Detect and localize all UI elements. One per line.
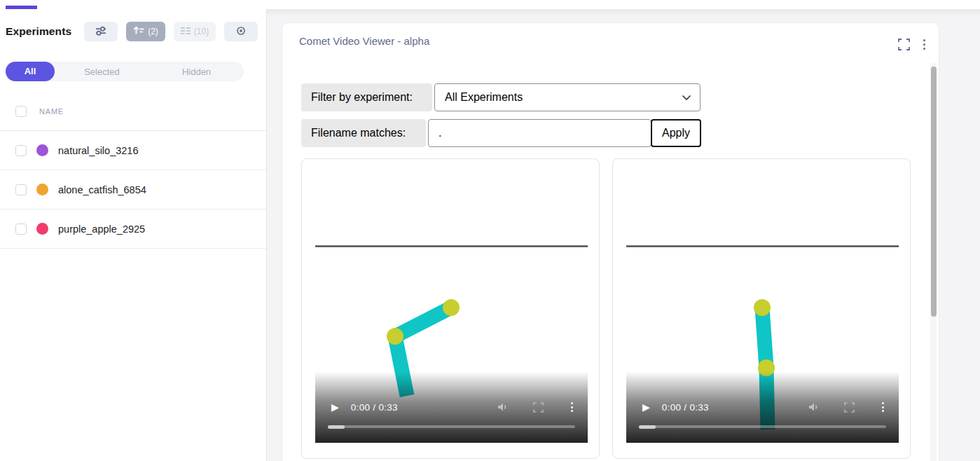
sort-count: (2) (148, 27, 158, 36)
filename-filter-label: Filename matches: (301, 119, 426, 147)
tab-all[interactable]: All (6, 62, 55, 81)
experiment-filter-row: Filter by experiment: All Experiments (301, 83, 701, 111)
video-controls: ▶ 0:00 / 0:33 (639, 399, 886, 415)
experiment-select[interactable]: All Experiments (434, 83, 701, 111)
video-time: 0:00 / 0:33 (662, 402, 709, 413)
filename-filter-row: Filename matches: Apply (301, 119, 701, 147)
sidebar-title: Experiments (6, 25, 71, 38)
video-fullscreen-icon[interactable] (844, 402, 855, 413)
video-progress-thumb[interactable] (328, 425, 345, 429)
volume-icon[interactable] (497, 402, 509, 412)
name-column-header: NAME (39, 107, 64, 116)
experiment-name: natural_silo_3216 (58, 145, 138, 156)
sliders-icon (95, 26, 107, 38)
target-button[interactable] (224, 22, 258, 41)
video-options-icon[interactable] (569, 402, 575, 412)
sort-ascending-icon (133, 26, 144, 37)
experiment-color-dot (36, 144, 48, 156)
experiment-color-dot (36, 184, 48, 195)
video-progress-bar[interactable] (328, 425, 575, 428)
experiment-filter-label: Filter by experiment: (301, 83, 432, 111)
columns-count: (10) (194, 27, 209, 36)
volume-icon[interactable] (808, 402, 820, 412)
experiments-table-header: NAME (0, 92, 266, 131)
filter-settings-button[interactable] (84, 22, 118, 41)
experiment-name: alone_catfish_6854 (58, 184, 146, 195)
panel-scrollbar[interactable] (930, 63, 937, 461)
select-all-checkbox[interactable] (15, 106, 27, 117)
video-fullscreen-icon[interactable] (533, 402, 544, 413)
video-time: 0:00 / 0:33 (351, 402, 398, 413)
video-progress-bar[interactable] (639, 425, 886, 428)
filename-input[interactable] (428, 119, 651, 147)
active-tab-indicator (6, 6, 37, 9)
sort-button[interactable]: (2) (126, 22, 165, 41)
experiment-color-dot (36, 223, 48, 235)
experiment-filter-tabs: All Selected Hidden (6, 62, 244, 81)
experiment-checkbox[interactable] (15, 184, 27, 195)
play-icon[interactable]: ▶ (642, 401, 650, 413)
tab-selected[interactable]: Selected (55, 67, 149, 77)
experiment-row[interactable]: alone_catfish_6854 (0, 170, 266, 209)
video-card: ▶ 0:00 / 0:33 (612, 158, 911, 459)
experiment-select-value: All Experiments (445, 91, 523, 104)
video-viewer-panel: Comet Video Viewer - alpha Filter by exp… (282, 23, 939, 461)
experiment-row[interactable]: purple_apple_2925 (0, 209, 266, 249)
panel-options-icon[interactable] (921, 39, 928, 50)
chevron-down-icon (682, 91, 691, 104)
experiment-row[interactable]: natural_silo_3216 (0, 131, 266, 170)
video-grid: ▶ 0:00 / 0:33 (301, 158, 911, 459)
video-player[interactable]: ▶ 0:00 / 0:33 (315, 170, 588, 443)
play-icon[interactable]: ▶ (331, 401, 339, 413)
top-tab-strip (0, 0, 980, 9)
panel-scrollbar-thumb[interactable] (931, 67, 937, 317)
main-content-area: Comet Video Viewer - alpha Filter by exp… (267, 9, 980, 461)
panel-header: Comet Video Viewer - alpha (282, 23, 939, 62)
panel-fullscreen-icon[interactable] (898, 39, 910, 50)
tab-hidden[interactable]: Hidden (149, 67, 244, 77)
columns-grid-icon (181, 27, 191, 37)
apply-button[interactable]: Apply (651, 119, 701, 147)
columns-button[interactable]: (10) (174, 22, 216, 41)
sidebar-header: Experiments (0, 9, 266, 41)
target-icon (236, 26, 246, 38)
experiment-checkbox[interactable] (15, 145, 27, 156)
video-progress-thumb[interactable] (639, 425, 656, 429)
experiments-sidebar: Experiments (0, 9, 267, 461)
experiment-checkbox[interactable] (15, 223, 27, 235)
experiment-name: purple_apple_2925 (58, 223, 145, 235)
video-options-icon[interactable] (880, 402, 886, 412)
video-card: ▶ 0:00 / 0:33 (301, 158, 600, 459)
panel-title: Comet Video Viewer - alpha (299, 35, 429, 47)
sidebar-toolbar: (2) (10) (84, 22, 258, 41)
video-controls: ▶ 0:00 / 0:33 (328, 399, 575, 415)
video-player[interactable]: ▶ 0:00 / 0:33 (626, 170, 899, 443)
